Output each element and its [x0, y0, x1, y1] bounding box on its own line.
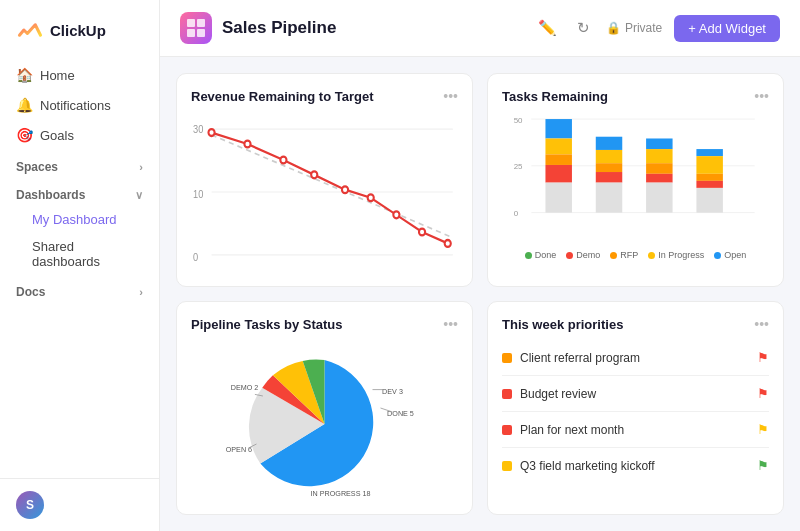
lock-icon: 🔒: [606, 21, 621, 35]
svg-rect-24: [545, 154, 571, 165]
widget-priorities: This week priorities ••• Client referral…: [487, 301, 784, 515]
priority-item-0-text: Client referral program: [520, 351, 640, 365]
sidebar-item-notifications[interactable]: 🔔 Notifications: [0, 90, 159, 120]
svg-rect-41: [696, 188, 722, 213]
priority-item-2-text: Plan for next month: [520, 423, 624, 437]
widget-tasks: Tasks Remaining ••• 50 25 0: [487, 73, 784, 287]
clickup-logo-icon: [16, 16, 44, 44]
svg-rect-29: [596, 163, 622, 172]
svg-text:0: 0: [193, 251, 199, 263]
page-icon: [180, 12, 212, 44]
svg-point-11: [342, 186, 348, 193]
widget-priorities-header: This week priorities •••: [502, 316, 769, 332]
svg-rect-39: [696, 174, 722, 181]
dashboards-chevron-icon: ∨: [135, 189, 143, 202]
priority-item-3: Q3 field marketing kickoff ⚑: [502, 448, 769, 483]
priority-item-0-left: Client referral program: [502, 351, 640, 365]
svg-rect-35: [646, 174, 672, 183]
home-icon: 🏠: [16, 67, 32, 83]
logo-text: ClickUp: [50, 22, 106, 39]
widget-priorities-title: This week priorities: [502, 317, 623, 332]
sidebar: ClickUp 🏠 Home 🔔 Notifications 🎯 Goals S…: [0, 0, 160, 531]
svg-rect-23: [545, 138, 571, 154]
svg-rect-37: [696, 149, 722, 156]
widget-priorities-menu[interactable]: •••: [754, 316, 769, 332]
priority-flag-0: ⚑: [757, 350, 769, 365]
avatar-initial: S: [26, 498, 34, 512]
svg-rect-30: [596, 172, 622, 183]
docs-label: Docs: [16, 285, 45, 299]
svg-point-14: [419, 229, 425, 236]
priority-dot-2: [502, 425, 512, 435]
priority-item-2: Plan for next month ⚑: [502, 412, 769, 448]
dashboards-label: Dashboards: [16, 188, 85, 202]
svg-text:DONE 5: DONE 5: [387, 409, 414, 418]
svg-point-9: [280, 157, 286, 164]
docs-section[interactable]: Docs ›: [0, 275, 159, 303]
widget-pipeline-header: Pipeline Tasks by Status •••: [191, 316, 458, 332]
svg-point-7: [208, 129, 214, 136]
my-dashboard-label: My Dashboard: [32, 212, 117, 227]
widget-revenue: Revenue Remaining to Target ••• 30 10 0: [176, 73, 473, 287]
bell-icon: 🔔: [16, 97, 32, 113]
svg-text:OPEN 6: OPEN 6: [226, 445, 252, 454]
goals-icon: 🎯: [16, 127, 32, 143]
svg-rect-25: [545, 165, 571, 183]
logo[interactable]: ClickUp: [0, 0, 159, 56]
svg-rect-38: [696, 156, 722, 174]
sidebar-item-goals[interactable]: 🎯 Goals: [0, 120, 159, 150]
widget-revenue-menu[interactable]: •••: [443, 88, 458, 104]
widget-tasks-header: Tasks Remaining •••: [502, 88, 769, 104]
priority-flag-3: ⚑: [757, 458, 769, 473]
widget-tasks-menu[interactable]: •••: [754, 88, 769, 104]
spaces-section[interactable]: Spaces ›: [0, 150, 159, 178]
svg-rect-36: [646, 183, 672, 213]
widget-pipeline-content: DEV 3 DONE 5 IN PROGRESS 18 OPEN 6 DEMO …: [191, 340, 458, 500]
svg-text:25: 25: [514, 162, 523, 171]
dashboards-section[interactable]: Dashboards ∨: [0, 178, 159, 206]
sidebar-item-shared-dashboards[interactable]: Shared dashboards: [0, 233, 159, 275]
svg-rect-26: [545, 183, 571, 213]
svg-rect-32: [646, 138, 672, 149]
sidebar-item-home-label: Home: [40, 68, 75, 83]
private-label: Private: [625, 21, 662, 35]
page-icon-grid: [182, 14, 210, 42]
svg-text:50: 50: [514, 116, 523, 125]
legend-done: Done: [525, 250, 557, 260]
svg-rect-31: [596, 183, 622, 213]
svg-point-10: [311, 171, 317, 178]
svg-point-13: [393, 211, 399, 218]
svg-rect-28: [596, 150, 622, 163]
edit-button[interactable]: ✏️: [534, 15, 561, 41]
priority-list: Client referral program ⚑ Budget review …: [502, 340, 769, 483]
svg-text:IN PROGRESS 18: IN PROGRESS 18: [311, 489, 371, 498]
legend-open: Open: [714, 250, 746, 260]
avatar[interactable]: S: [16, 491, 44, 519]
svg-text:DEMO 2: DEMO 2: [231, 383, 259, 392]
spaces-label: Spaces: [16, 160, 58, 174]
refresh-button[interactable]: ↻: [573, 15, 594, 41]
priority-item-3-left: Q3 field marketing kickoff: [502, 459, 655, 473]
add-widget-button[interactable]: + Add Widget: [674, 15, 780, 42]
topbar-right: ✏️ ↻ 🔒 Private + Add Widget: [534, 15, 780, 42]
sidebar-item-home[interactable]: 🏠 Home: [0, 60, 159, 90]
svg-line-6: [212, 135, 453, 238]
svg-rect-27: [596, 137, 622, 150]
shared-dashboards-label: Shared dashboards: [32, 239, 143, 269]
priority-item-2-left: Plan for next month: [502, 423, 624, 437]
page-title: Sales Pipeline: [222, 18, 336, 38]
legend-demo: Demo: [566, 250, 600, 260]
widget-pipeline-menu[interactable]: •••: [443, 316, 458, 332]
svg-text:DEV 3: DEV 3: [382, 387, 403, 396]
legend-rfp: RFP: [610, 250, 638, 260]
widget-revenue-content: 30 10 0: [191, 112, 458, 272]
legend-in-progress: In Progress: [648, 250, 704, 260]
priority-flag-1: ⚑: [757, 386, 769, 401]
dashboard: Revenue Remaining to Target ••• 30 10 0: [160, 57, 800, 531]
private-badge: 🔒 Private: [606, 21, 662, 35]
widget-revenue-title: Revenue Remaining to Target: [191, 89, 374, 104]
priority-flag-2: ⚑: [757, 422, 769, 437]
sidebar-item-notifications-label: Notifications: [40, 98, 111, 113]
sidebar-item-my-dashboard[interactable]: My Dashboard: [0, 206, 159, 233]
docs-chevron-icon: ›: [139, 286, 143, 298]
